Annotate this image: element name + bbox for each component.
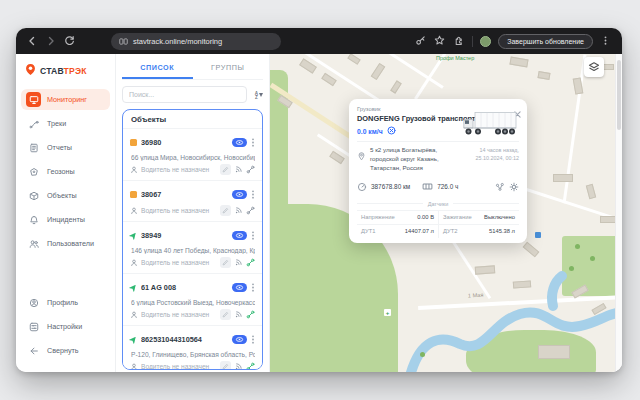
driver-label: Водитель не назначен bbox=[141, 311, 217, 318]
object-card[interactable]: 61 AG 008 6 улица Ростовский Выезд, Ново… bbox=[123, 273, 262, 325]
logo-text-dark: СТАВ bbox=[40, 66, 64, 76]
connection-icon[interactable] bbox=[234, 258, 243, 267]
link-route-icon[interactable] bbox=[246, 310, 255, 319]
odometer-icon bbox=[357, 178, 367, 196]
logo-text-orange: ТРЭК bbox=[64, 66, 87, 76]
sidebar-item-tracks[interactable]: Треки bbox=[21, 113, 110, 134]
sensor-name: ДУТ1 bbox=[361, 228, 375, 234]
incidents-icon bbox=[26, 212, 41, 227]
object-address: 146 улица 40 лет Победы, Краснодар, Крас… bbox=[131, 247, 255, 254]
back-icon[interactable] bbox=[26, 35, 38, 47]
sidebar-item-objects[interactable]: Объекты bbox=[21, 185, 110, 206]
edit-pencil-icon[interactable] bbox=[220, 361, 231, 370]
status-icon bbox=[129, 334, 139, 344]
link-route-icon[interactable] bbox=[246, 165, 255, 174]
forward-icon[interactable] bbox=[45, 35, 57, 47]
site-icon bbox=[119, 37, 128, 46]
kebab-menu-icon[interactable] bbox=[251, 133, 255, 151]
sensor-name: Напряжение bbox=[361, 214, 395, 220]
sidebar-item-profile[interactable]: Профиль bbox=[21, 292, 110, 313]
objects-icon bbox=[26, 188, 41, 203]
map-poi-label: Профи Мастер bbox=[436, 55, 474, 61]
tab-groups[interactable]: ГРУППЫ bbox=[193, 59, 264, 79]
sidebar: СТАВТРЭК Мониторинг Треки Отчеты Геозоны… bbox=[16, 54, 116, 372]
sidebar-item-collapse[interactable]: Свернуть bbox=[21, 340, 110, 361]
link-route-icon[interactable] bbox=[246, 258, 255, 267]
map-road bbox=[418, 294, 615, 310]
kebab-menu-icon[interactable] bbox=[251, 226, 255, 244]
connection-icon[interactable] bbox=[234, 310, 243, 319]
sidebar-item-label: Профиль bbox=[47, 298, 78, 307]
sensor-name: ДУТ2 bbox=[443, 228, 457, 234]
visibility-eye-icon[interactable] bbox=[232, 190, 247, 199]
sidebar-item-label: Инциденты bbox=[47, 215, 85, 224]
sidebar-item-geozones[interactable]: Геозоны bbox=[21, 161, 110, 182]
edit-pencil-icon[interactable] bbox=[220, 309, 231, 320]
visibility-eye-icon[interactable] bbox=[232, 335, 247, 344]
kebab-menu-icon[interactable] bbox=[251, 330, 255, 348]
driver-icon bbox=[130, 207, 138, 215]
page-scrollbar[interactable] bbox=[615, 54, 622, 372]
visibility-eye-icon[interactable] bbox=[232, 138, 247, 147]
edit-pencil-icon[interactable] bbox=[220, 164, 231, 175]
edit-pencil-icon[interactable] bbox=[220, 205, 231, 216]
parking-poi-icon bbox=[535, 232, 541, 238]
connection-icon[interactable] bbox=[234, 362, 243, 370]
sidebar-item-reports[interactable]: Отчеты bbox=[21, 137, 110, 158]
driver-label: Водитель не назначен bbox=[141, 259, 217, 266]
key-icon[interactable] bbox=[415, 35, 427, 47]
map-building bbox=[390, 80, 402, 93]
object-address: 66 улица Мира, Новосибирск, Новосибирска… bbox=[131, 154, 255, 161]
link-route-icon[interactable] bbox=[246, 362, 255, 370]
driver-icon bbox=[130, 259, 138, 267]
map-building bbox=[475, 265, 496, 274]
object-name: 61 AG 008 bbox=[141, 283, 228, 292]
driver-label: Водитель не назначен bbox=[141, 207, 217, 214]
map[interactable]: + Профи Мастер 1 Мая DONGFENG Грузовой т… bbox=[270, 54, 615, 372]
object-card[interactable]: 38067 Водитель не назначен bbox=[123, 180, 262, 221]
avatar[interactable] bbox=[480, 36, 491, 47]
truck-image bbox=[462, 111, 518, 141]
engine-hours-icon bbox=[422, 178, 433, 196]
driver-icon bbox=[130, 311, 138, 319]
sensor-value: Выключено bbox=[484, 214, 515, 220]
visibility-eye-icon[interactable] bbox=[232, 283, 247, 292]
object-card[interactable]: 862531044310564 Р-120, Глинищево, Брянск… bbox=[123, 325, 262, 370]
reload-icon[interactable] bbox=[64, 35, 76, 47]
menu-dots-icon[interactable] bbox=[600, 35, 612, 47]
gear-icon[interactable] bbox=[509, 178, 519, 196]
objects-list: 36980 66 улица Мира, Новосибирск, Новоси… bbox=[123, 128, 262, 370]
tab-list[interactable]: СПИСОК bbox=[122, 59, 193, 79]
driver-icon bbox=[130, 166, 138, 174]
monitor-icon bbox=[26, 92, 41, 107]
sidebar-item-settings[interactable]: Настройки bbox=[21, 316, 110, 337]
extensions-icon[interactable] bbox=[453, 35, 465, 47]
sensor-value: 14407.07 л bbox=[405, 228, 434, 234]
sidebar-item-users[interactable]: Пользователи bbox=[21, 233, 110, 254]
object-card[interactable]: 36980 66 улица Мира, Новосибирск, Новоси… bbox=[123, 128, 262, 180]
sort-az-icon[interactable]: AZ bbox=[253, 91, 263, 99]
object-card[interactable]: 38949 146 улица 40 лет Победы, Краснодар… bbox=[123, 221, 262, 273]
connection-icon[interactable] bbox=[234, 206, 243, 215]
link-route-icon[interactable] bbox=[246, 206, 255, 215]
finish-update-button[interactable]: Завершить обновление bbox=[498, 34, 593, 49]
visibility-eye-icon[interactable] bbox=[232, 231, 247, 240]
sidebar-item-incidents[interactable]: Инциденты bbox=[21, 209, 110, 230]
map-building bbox=[591, 303, 606, 315]
search-input[interactable] bbox=[122, 86, 247, 103]
engine-off-icon bbox=[387, 126, 396, 136]
bookmark-star-icon[interactable] bbox=[434, 35, 446, 47]
kebab-menu-icon[interactable] bbox=[251, 185, 255, 203]
sensors-title: Датчики bbox=[428, 201, 449, 207]
tracks-icon bbox=[26, 116, 41, 131]
map-building bbox=[586, 184, 596, 199]
users-icon bbox=[26, 236, 41, 251]
connection-icon[interactable] bbox=[234, 165, 243, 174]
sensors-nodes-icon[interactable] bbox=[495, 178, 505, 196]
sidebar-item-monitor[interactable]: Мониторинг bbox=[21, 89, 110, 110]
map-layers-button[interactable] bbox=[584, 57, 604, 77]
address-bar[interactable]: stavtrack.online/monitoring bbox=[111, 33, 281, 50]
kebab-menu-icon[interactable] bbox=[251, 278, 255, 296]
edit-pencil-icon[interactable] bbox=[220, 257, 231, 268]
sidebar-item-label: Мониторинг bbox=[47, 95, 87, 104]
